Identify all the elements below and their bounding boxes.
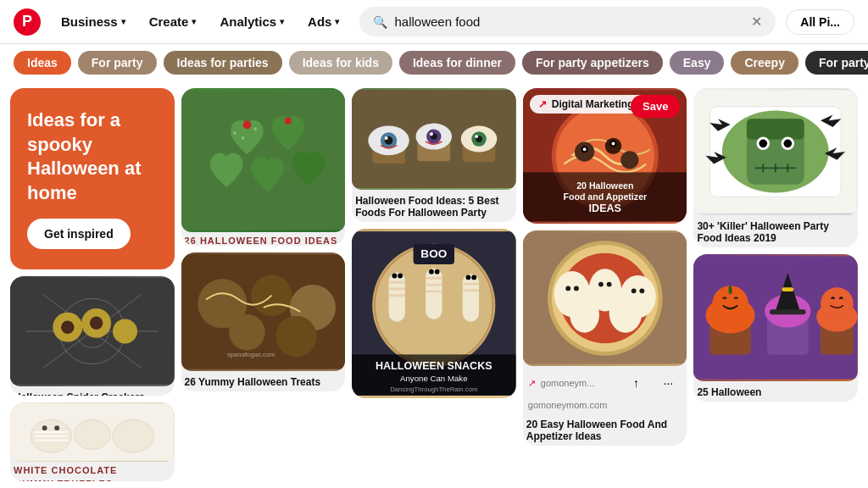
pin-image-spider-crackers (10, 276, 175, 386)
filter-for-party-kids[interactable]: For party kids (805, 51, 868, 75)
chevron-down-icon: ▾ (121, 17, 125, 26)
svg-point-13 (90, 317, 103, 330)
pin-title-eyeball-cupcakes: Halloween Food Ideas: 5 Best Foods For H… (352, 190, 516, 222)
pin-title-halloween-cupcakes: 25 Halloween (693, 381, 858, 402)
filter-bar: Ideas For party Ideas for parties Ideas … (0, 44, 868, 81)
svg-point-132 (821, 287, 854, 320)
pin-title-ghost-pizza: 20 Easy Halloween Food And Appetizer Ide… (523, 413, 687, 446)
svg-point-65 (429, 269, 434, 274)
nav-create[interactable]: Create ▾ (139, 9, 207, 34)
pin-image-bats-chip (693, 88, 858, 215)
tag-arrow-icon: ↗ (538, 98, 547, 110)
filter-creepy[interactable]: Creepy (731, 51, 798, 75)
nav-business[interactable]: Business ▾ (51, 9, 136, 34)
nav-items: Business ▾ Create ▾ Analytics ▾ Ads ▾ (51, 9, 349, 34)
pin-card-spaghetti[interactable]: ↗ Digital Marketing ▾ Save (523, 88, 687, 224)
filter-easy[interactable]: Easy (670, 51, 725, 75)
pin-title-bats-chip: 30+ 'Killer' Halloween Party Food Ideas … (693, 215, 858, 247)
svg-point-59 (392, 274, 398, 279)
pin-column-1: Ideas for a spooky Halloween at home Get… (7, 88, 178, 481)
svg-point-70 (466, 275, 471, 280)
pin-image-mummy-hotdogs: BOO HALLOWEEN SNACKS Anyone Can Make Dan… (352, 229, 516, 398)
svg-point-83 (620, 151, 638, 169)
svg-rect-128 (770, 309, 806, 314)
svg-text:spanafogas.com: spanafogas.com (226, 351, 275, 358)
svg-point-12 (61, 321, 74, 334)
svg-point-21 (42, 425, 47, 430)
nav-ads[interactable]: Ads ▾ (298, 9, 349, 34)
save-button[interactable]: Save (631, 95, 680, 118)
filter-ideas-for-kids[interactable]: Ideas for kids (289, 51, 392, 75)
search-bar: 🔍 ✕ (359, 7, 776, 36)
svg-point-115 (784, 139, 793, 147)
header: P Business ▾ Create ▾ Analytics ▾ Ads ▾ … (0, 0, 868, 44)
pin-card-halloween-cupcakes[interactable]: 25 Halloween Save (693, 254, 858, 402)
main-content: Ideas for a spooky Halloween at home Get… (0, 81, 868, 481)
svg-point-11 (113, 319, 137, 344)
pin-column-3: Halloween Food Ideas: 5 Best Foods For H… (348, 88, 520, 481)
share-button[interactable]: ↑ (622, 369, 649, 396)
filter-ideas-for-parties[interactable]: Ideas for parties (164, 51, 282, 75)
svg-point-104 (607, 282, 612, 287)
promo-title: Ideas for a spooky Halloween at home (27, 108, 158, 205)
pin-column-4: ↗ Digital Marketing ▾ Save (520, 88, 691, 481)
pin-card-mummy-hotdogs[interactable]: BOO HALLOWEEN SNACKS Anyone Can Make Dan… (352, 229, 516, 398)
svg-point-26 (233, 131, 236, 135)
pin-image-ghost-pizza (523, 230, 687, 366)
svg-rect-129 (782, 287, 794, 291)
pin-card-eyeball-cupcakes[interactable]: Halloween Food Ideas: 5 Best Foods For H… (352, 88, 516, 222)
pin-title-treats: 26 Yummy Halloween Treats (181, 371, 346, 391)
svg-point-71 (472, 275, 477, 280)
pin-title-spider-crackers: Halloween Spider Crackers (10, 386, 175, 396)
svg-text:BOO: BOO (421, 247, 448, 260)
pin-card-spider-crackers[interactable]: Halloween Spider Crackers Save (10, 276, 175, 396)
svg-rect-111 (747, 119, 804, 139)
svg-text:Anyone Can Make: Anyone Can Make (400, 374, 467, 383)
svg-point-46 (430, 132, 433, 136)
nav-create-label: Create (149, 14, 189, 29)
filter-ideas[interactable]: Ideas (14, 51, 71, 75)
search-input[interactable] (394, 14, 744, 29)
filter-for-party-appetizers[interactable]: For party appetizers (522, 51, 663, 75)
promo-card[interactable]: Ideas for a spooky Halloween at home Get… (10, 88, 175, 269)
pin-card-ghost-pizza[interactable]: ↗ gomoneym... ↑ ··· gomoneymom.com 20 Ea… (523, 230, 687, 446)
nav-analytics[interactable]: Analytics ▾ (209, 9, 294, 34)
svg-point-100 (609, 293, 642, 332)
clear-search-button[interactable]: ✕ (751, 14, 762, 30)
pin-card-bats-chip[interactable]: 30+ 'Killer' Halloween Party Food Ideas … (693, 88, 858, 247)
tag-label: Digital Marketing (552, 98, 634, 110)
mummy-truffles-label: White Chocolate (10, 462, 175, 475)
pinterest-logo[interactable]: P (14, 8, 41, 36)
svg-text:IDEAS: IDEAS (588, 202, 620, 214)
promo-button[interactable]: Get inspired (27, 219, 131, 249)
pin-source-bar: ↗ gomoneym... ↑ ··· (523, 366, 687, 400)
source-url: gomoneymom.com (523, 400, 687, 413)
pin-card-green-hearts[interactable]: 26 HALLOWEEN FOOD IDEAS Save (181, 88, 346, 246)
all-pins-button[interactable]: All Pi... (786, 9, 854, 35)
svg-rect-67 (463, 274, 479, 322)
filter-ideas-for-dinner[interactable]: Ideas for dinner (399, 51, 515, 75)
pin-card-mummy-truffles[interactable]: White Chocolate MUMMY TRUFFLES Save (10, 402, 175, 481)
chevron-down-icon: ▾ (335, 17, 339, 26)
filter-for-party[interactable]: For party (78, 51, 157, 75)
pin-image-eyeball-cupcakes (352, 88, 516, 190)
svg-point-101 (565, 286, 570, 291)
svg-point-22 (54, 425, 59, 430)
chevron-down-icon: ▾ (192, 17, 196, 26)
svg-point-60 (398, 274, 403, 279)
svg-point-33 (229, 314, 265, 351)
svg-point-106 (639, 288, 644, 293)
svg-rect-55 (389, 273, 405, 322)
pin-column-5: 30+ 'Killer' Halloween Party Food Ideas … (690, 88, 861, 481)
nav-analytics-label: Analytics (220, 14, 276, 29)
svg-point-105 (632, 288, 637, 293)
svg-point-17 (113, 419, 153, 452)
svg-point-103 (598, 282, 604, 287)
svg-point-87 (611, 142, 615, 146)
svg-text:DancingThroughTheRain.com: DancingThroughTheRain.com (390, 385, 477, 393)
svg-point-24 (242, 121, 251, 130)
chevron-down-icon: ▾ (280, 17, 284, 26)
more-options-button[interactable]: ··· (654, 369, 682, 396)
food-ideas-label-hearts: 26 HALLOWEEN FOOD IDEAS (181, 232, 346, 246)
pin-card-treats[interactable]: spanafogas.com 26 Yummy Halloween Treats… (181, 252, 346, 391)
